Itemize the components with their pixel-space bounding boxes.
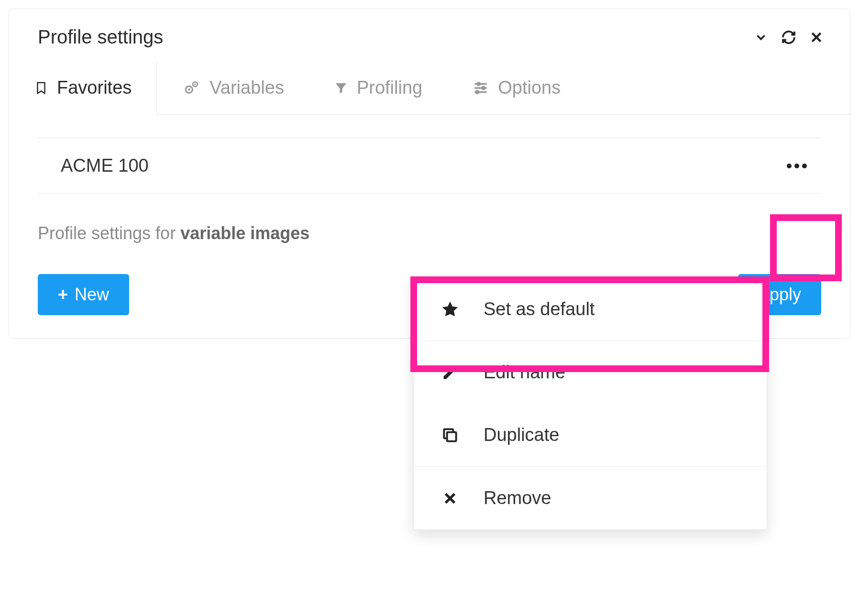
menu-item-label: Edit name bbox=[484, 362, 565, 383]
caption-text: Profile settings for variable images bbox=[38, 223, 821, 243]
gears-icon bbox=[182, 79, 201, 97]
ellipsis-icon bbox=[794, 164, 799, 168]
plus-icon: + bbox=[58, 286, 68, 303]
sliders-icon bbox=[472, 80, 489, 96]
tab-variables[interactable]: Variables bbox=[157, 61, 309, 114]
svg-point-3 bbox=[188, 88, 190, 90]
menu-item-label: Remove bbox=[484, 488, 551, 508]
favorite-row[interactable]: ACME 100 bbox=[38, 138, 821, 194]
panel-header: Profile settings bbox=[9, 9, 850, 61]
ellipsis-icon bbox=[787, 164, 792, 168]
menu-item-label: Set as default bbox=[484, 299, 595, 319]
caption-bold: variable images bbox=[180, 223, 309, 243]
tabs: Favorites Variables Profiling Options bbox=[9, 61, 850, 115]
tab-options[interactable]: Options bbox=[447, 61, 585, 114]
svg-point-9 bbox=[482, 87, 485, 89]
menu-item-duplicate[interactable]: Duplicate bbox=[414, 404, 767, 466]
funnel-icon bbox=[334, 80, 348, 96]
bookmark-icon bbox=[34, 79, 48, 97]
context-menu: Set as default Edit name Duplicate Remov… bbox=[413, 277, 767, 530]
tab-label: Favorites bbox=[57, 77, 132, 98]
chevron-down-icon[interactable] bbox=[752, 29, 770, 46]
svg-point-5 bbox=[195, 83, 196, 85]
menu-item-edit-name[interactable]: Edit name bbox=[414, 341, 767, 404]
svg-point-7 bbox=[477, 82, 480, 85]
svg-rect-12 bbox=[447, 432, 456, 441]
star-icon bbox=[440, 300, 461, 319]
refresh-icon[interactable] bbox=[780, 29, 797, 46]
svg-point-11 bbox=[476, 90, 479, 93]
more-options-button[interactable] bbox=[784, 161, 810, 171]
ellipsis-icon bbox=[802, 164, 807, 168]
caption-prefix: Profile settings for bbox=[38, 223, 180, 243]
panel-title: Profile settings bbox=[38, 26, 163, 48]
menu-item-remove[interactable]: Remove bbox=[414, 467, 767, 529]
copy-icon bbox=[440, 426, 461, 444]
menu-item-set-default[interactable]: Set as default bbox=[414, 278, 767, 341]
new-button-label: New bbox=[75, 285, 109, 305]
favorite-name: ACME 100 bbox=[61, 155, 149, 176]
tab-label: Options bbox=[498, 77, 561, 98]
tab-favorites[interactable]: Favorites bbox=[9, 61, 157, 115]
x-icon bbox=[440, 491, 461, 506]
tab-profiling[interactable]: Profiling bbox=[309, 61, 447, 114]
menu-item-label: Duplicate bbox=[484, 425, 559, 445]
tab-label: Profiling bbox=[357, 77, 422, 98]
new-button[interactable]: + New bbox=[38, 274, 129, 315]
tab-label: Variables bbox=[209, 77, 284, 98]
header-icons bbox=[752, 29, 825, 46]
pencil-icon bbox=[440, 364, 461, 381]
close-icon[interactable] bbox=[808, 29, 825, 46]
